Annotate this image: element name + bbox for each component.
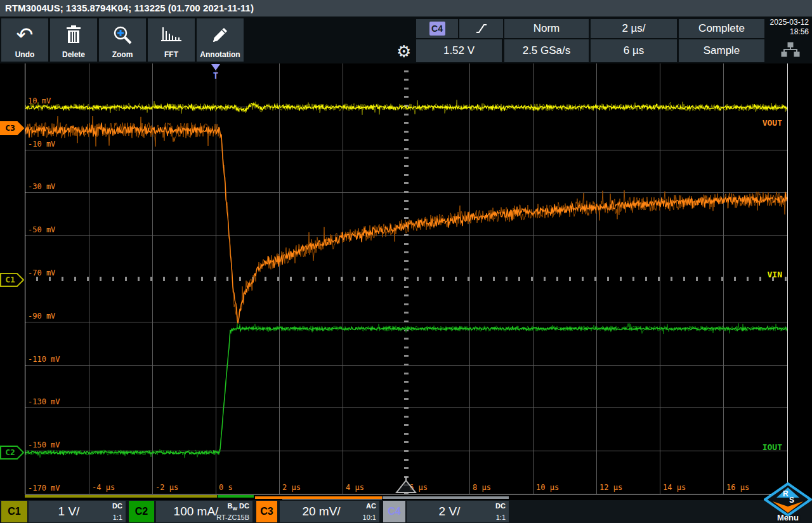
title-bar: RTM3004US; 1335.8794K04; 113225 (01.700 … [0,0,812,17]
acq-mode-cell[interactable]: Sample [679,39,764,62]
x-axis-label: 8 µs [473,483,491,492]
datetime-display: 2025-03-12 18:56 [767,18,809,37]
horizontal-position-cell[interactable]: 6 µs [591,39,677,62]
y-axis-label: -90 mV [28,312,55,321]
trace-label-vout: VOUT [763,118,782,128]
zoom-button[interactable]: Zoom [99,18,146,62]
rising-edge-icon [475,22,488,35]
channel-scale-c1: 1 V/ [29,501,126,522]
channel-box-c3[interactable]: 20 mV/ AC 10:1 [280,501,379,522]
strip-c2 [218,495,254,498]
delete-button[interactable]: Delete [50,18,97,62]
y-axis-label: -110 mV [28,355,60,364]
trigger-slope-cell[interactable] [459,19,503,38]
trace-label-vin: VIN [768,270,782,279]
channel-probe-c3: 10:1 [363,513,376,521]
channel-badge-c1[interactable]: C1 [1,501,27,522]
channel-probe-c4: 1:1 [496,513,506,521]
trigger-source-cell[interactable]: C4 [416,19,458,38]
toolbar-button-label: Annotation [197,50,244,59]
annotation-button[interactable]: Annotation [197,18,244,62]
channel-box-c4[interactable]: 2 V/ DC 1:1 [407,501,509,522]
trigger-level-cell[interactable]: 1.52 V [416,39,502,62]
horizontal-position-value: 6 µs [624,44,644,57]
y-axis-label: -30 mV [28,182,55,191]
menu-label: Menu [764,513,812,522]
channel-badge-c4[interactable]: C4 [383,501,405,522]
trace-iout-core [25,326,787,455]
channel-settings-bar: C1 1 V/ DC 1:1 C2 100 mA/ BW DC RT-ZC15B… [0,500,812,523]
pencil-icon [197,21,244,49]
network-lan-icon [779,42,802,57]
x-axis-label: 12 µs [599,483,622,492]
channel-coupling-c3: AC [366,502,376,510]
trigger-source-badge: C4 [429,22,445,36]
channel-box-c2[interactable]: 100 mA/ BW DC RT-ZC15B [156,501,252,522]
channel-badge-c2[interactable]: C2 [129,501,154,522]
acq-status-value: Complete [698,22,745,35]
y-axis-label: -170 mV [28,484,60,493]
channel-scale-c4: 2 V/ [407,501,509,522]
gear-icon[interactable]: ⚙ [396,43,411,60]
timebase-cell[interactable]: 2 µs/ [591,19,677,38]
channel-marker-c2[interactable]: C2 [0,445,24,460]
toolbar-button-label: Undo [1,50,48,59]
channel-coupling-c1: DC [112,502,122,510]
y-axis-label: -50 mV [28,225,55,234]
undo-icon: ↶ [1,21,48,49]
x-axis-label: 10 µs [536,483,559,492]
channel-probe-c1: 1:1 [113,513,122,521]
channel-marker-label: C1 [2,272,18,288]
trace-vout-core [25,122,787,324]
fft-button[interactable]: FFT [148,18,195,62]
undo-button[interactable]: ↶Undo [1,18,48,62]
svg-text:S: S [789,496,794,505]
x-axis-label: 16 µs [726,483,749,492]
trigger-position-label: T [211,70,221,81]
sample-rate-cell[interactable]: 2.5 GSa/s [504,39,589,62]
channel-box-c1[interactable]: 1 V/ DC 1:1 [29,501,126,522]
x-axis-label: -2 µs [155,483,178,492]
strip-c4 [383,496,509,499]
instrument-id-text: RTM3004US; 1335.8794K04; 113225 (01.700 … [5,3,254,13]
y-axis-label: -10 mV [28,140,55,149]
y-axis-label: -70 mV [28,268,55,277]
trace-iout-halo [25,323,787,458]
horizontal-reference-marker-icon[interactable] [395,477,417,494]
acq-status-cell[interactable]: Complete [679,19,764,38]
time-text: 18:56 [767,27,809,37]
acq-mode-value: Sample [704,44,740,57]
trigger-position-marker-icon[interactable] [211,64,220,70]
sample-rate-value: 2.5 GSa/s [523,44,571,57]
y-axis-label: -150 mV [28,440,60,449]
channel-coupling-c4: DC [495,502,506,510]
channel-badge-c3[interactable]: C3 [256,501,277,522]
timebase-value: 2 µs/ [622,22,645,35]
toolbar-button-label: FFT [148,50,195,59]
menu-button[interactable]: R S Menu [764,482,812,523]
magnifier-plus-icon [99,21,146,49]
strip-c1 [25,495,217,498]
waveform-display-area[interactable]: 10 mV-10 mV-30 mV-50 mV-70 mV-90 mV-110 … [25,63,788,494]
channel-marker-label: C3 [2,121,18,136]
trigger-level-value: 1.52 V [443,44,475,57]
x-axis-label: 4 µs [346,483,364,492]
toolbar: ↶UndoDeleteZoomFFTAnnotation ⚙ ▾ C4 Norm… [0,17,812,63]
y-axis-label: -130 mV [28,397,60,406]
trigger-mode-cell[interactable]: Norm [504,19,589,38]
x-axis-label: 14 µs [663,483,686,492]
svg-text:R: R [783,489,789,498]
spectrum-icon [148,21,195,49]
channel-marker-c3[interactable]: C3 [0,121,24,136]
channel-marker-label: C2 [2,445,18,460]
channel-probe-type-c2: RT-ZC15B [216,513,249,521]
trace-vout-halo [25,116,787,321]
trace-label-iout: IOUT [763,442,782,452]
channel-coupling-c2: BW DC [228,502,249,512]
y-axis-label: 10 mV [28,96,51,105]
trash-icon [50,21,97,49]
channel-marker-c1[interactable]: C1 [0,272,24,288]
trigger-mode-value: Norm [534,22,560,35]
toolbar-button-label: Delete [50,50,97,59]
toolbar-button-label: Zoom [99,50,146,59]
